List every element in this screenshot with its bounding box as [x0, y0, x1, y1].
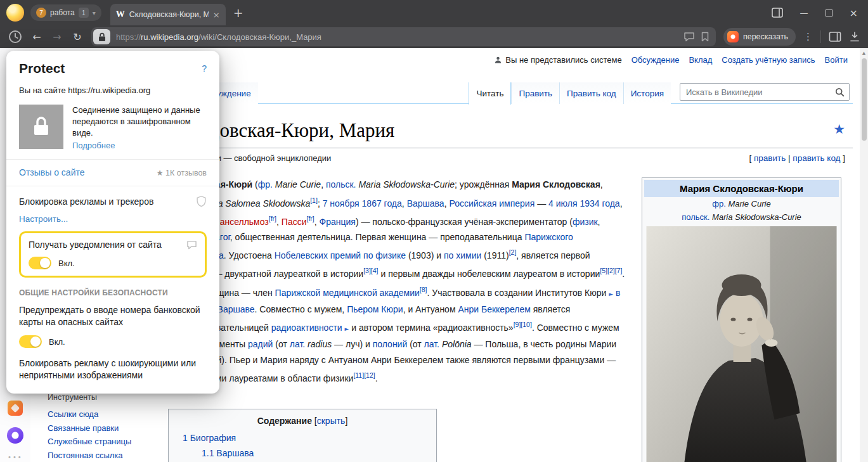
- text-segment[interactable]: [10]: [521, 321, 532, 328]
- comment-icon[interactable]: [683, 32, 695, 42]
- text-segment[interactable]: лат.: [424, 339, 439, 349]
- text-segment[interactable]: по химии: [444, 250, 481, 260]
- text-segment[interactable]: [11]: [353, 371, 364, 379]
- configure-link[interactable]: Настроить...: [19, 214, 68, 224]
- text-segment[interactable]: [fr]: [306, 215, 314, 222]
- text-segment: radius: [308, 339, 332, 349]
- text-segment[interactable]: физик: [573, 216, 598, 226]
- text-segment[interactable]: фр.: [712, 199, 726, 209]
- notifications-toggle[interactable]: [29, 257, 51, 269]
- more-apps-dots-icon[interactable]: •••: [8, 454, 23, 461]
- text-segment[interactable]: [5]: [600, 267, 607, 274]
- close-button[interactable]: ×: [850, 7, 858, 19]
- sidebar-link-related-changes[interactable]: Связанные правки: [48, 421, 152, 435]
- back-icon[interactable]: ←: [30, 31, 43, 43]
- text-segment[interactable]: Нобелевских премий по физике: [275, 250, 406, 260]
- tab-close-icon[interactable]: ×: [213, 10, 220, 20]
- user-link-create-account[interactable]: Создать учётную запись: [722, 55, 815, 65]
- tab-history[interactable]: История: [623, 82, 671, 104]
- address-bar[interactable]: https://ru.wikipedia.org/wiki/Склодовска…: [91, 27, 716, 46]
- maximize-icon: [826, 10, 832, 16]
- card-warning-toggle[interactable]: [19, 335, 42, 348]
- scroll-up-icon[interactable]: ▲: [860, 48, 868, 56]
- text-segment[interactable]: польск.: [682, 212, 709, 222]
- watchlist-star-icon[interactable]: ★: [833, 122, 845, 137]
- new-tab-button[interactable]: +: [233, 6, 243, 20]
- downloads-icon[interactable]: [849, 31, 860, 42]
- sidebar-app-icon[interactable]: [8, 401, 23, 416]
- shield-icon: [196, 195, 207, 207]
- text-segment[interactable]: Российская империя: [449, 198, 534, 208]
- text-segment[interactable]: [9]: [514, 321, 521, 328]
- tab-edit[interactable]: Править: [511, 82, 559, 104]
- tab-read[interactable]: Читать: [469, 82, 511, 105]
- text-segment[interactable]: полоний: [373, 339, 408, 349]
- help-icon[interactable]: ?: [202, 63, 207, 74]
- alice-assistant-icon[interactable]: [7, 427, 23, 444]
- refresh-icon[interactable]: ↻: [71, 31, 84, 43]
- text-segment[interactable]: 1934 года: [580, 198, 619, 208]
- text-segment[interactable]: фр.: [258, 179, 273, 189]
- text-segment[interactable]: 4 июля: [548, 198, 577, 208]
- site-reviews-link[interactable]: Отзывы о сайте: [19, 167, 85, 177]
- side-panel-icon[interactable]: [772, 8, 783, 18]
- text-segment[interactable]: 1867 года: [362, 198, 402, 208]
- text-segment[interactable]: Анри Беккерелем: [458, 304, 530, 314]
- text-segment: Мария Склодовская: [512, 179, 600, 189]
- toc-item-warsaw[interactable]: 1.1 Варшава: [202, 448, 427, 458]
- text-segment[interactable]: Санселльмоз: [213, 216, 268, 226]
- sidebar-link-permanent-link[interactable]: Постоянная ссылка: [48, 449, 152, 462]
- text-segment[interactable]: радий: [248, 339, 273, 349]
- text-segment[interactable]: Пасси: [282, 216, 307, 226]
- text-segment[interactable]: Парижской медицинской академии: [275, 287, 420, 297]
- browser-tab-active[interactable]: W Склодовская-Кюри, Мария ×: [110, 4, 226, 25]
- text-segment[interactable]: [3]: [363, 267, 371, 274]
- forward-icon[interactable]: →: [51, 31, 63, 43]
- text-segment[interactable]: Варшава: [407, 198, 444, 208]
- text-segment[interactable]: править: [754, 153, 786, 163]
- text-segment[interactable]: скрыть: [317, 416, 346, 426]
- sidebar-link-whatlinkshere[interactable]: Ссылки сюда: [48, 407, 152, 421]
- search-input[interactable]: [680, 87, 835, 97]
- text-segment[interactable]: лат.: [290, 339, 305, 349]
- history-clock-icon[interactable]: [8, 29, 23, 44]
- text-segment: ,: [321, 179, 326, 189]
- maximize-button[interactable]: [826, 10, 832, 16]
- text-segment: ;: [318, 198, 323, 208]
- browser-menu-icon[interactable]: [6, 4, 24, 22]
- lock-icon[interactable]: [93, 29, 110, 44]
- bookmark-icon[interactable]: [701, 32, 709, 42]
- user-link-discussion[interactable]: Обсуждение: [632, 55, 680, 65]
- text-segment[interactable]: Пьером Кюри: [347, 304, 403, 314]
- text-segment[interactable]: править код: [793, 153, 840, 163]
- text-segment[interactable]: [1]: [310, 196, 318, 204]
- text-segment[interactable]: [fr]: [269, 215, 276, 222]
- page-scrollbar[interactable]: ▲: [860, 48, 868, 462]
- retell-button[interactable]: пересказать: [723, 28, 796, 46]
- sidebar-link-special-pages[interactable]: Служебные страницы: [48, 435, 152, 449]
- text-segment[interactable]: польск.: [326, 179, 356, 189]
- text-segment[interactable]: [7]: [615, 267, 623, 274]
- search-icon[interactable]: [835, 87, 845, 97]
- text-segment[interactable]: [2]: [607, 267, 615, 274]
- infobox-name-polish: польск. Maria Skłodowska-Curie: [644, 210, 839, 224]
- text-segment[interactable]: [2]: [509, 248, 517, 256]
- scrollbar-thumb[interactable]: [862, 58, 867, 141]
- text-segment[interactable]: 7 ноября: [323, 198, 360, 208]
- notifications-label: Получать уведомления от сайта: [29, 240, 162, 250]
- comment-icon: [186, 240, 197, 250]
- toc-item-biography[interactable]: 1 Биография: [183, 433, 427, 443]
- tab-group[interactable]: 7 работа 1 ▾: [30, 4, 101, 21]
- text-segment[interactable]: Франция: [320, 216, 356, 226]
- text-segment[interactable]: [8]: [420, 286, 427, 293]
- panels-icon[interactable]: [829, 31, 841, 42]
- tab-edit-source[interactable]: Править код: [559, 82, 623, 104]
- user-link-contributions[interactable]: Вклад: [689, 55, 712, 65]
- minimize-button[interactable]: —: [800, 8, 808, 18]
- text-segment[interactable]: [4]: [371, 267, 379, 274]
- user-link-login[interactable]: Войти: [825, 55, 848, 65]
- text-segment[interactable]: [12]: [364, 371, 375, 379]
- details-link[interactable]: Подробнее: [72, 141, 115, 150]
- text-segment[interactable]: радиоактивности: [271, 323, 342, 333]
- kebab-menu-icon[interactable]: ⋮: [803, 31, 813, 42]
